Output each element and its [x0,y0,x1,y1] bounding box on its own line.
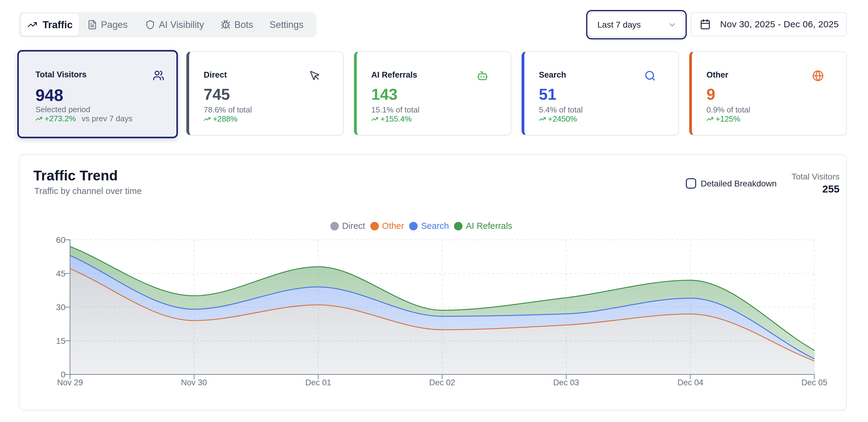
svg-text:45: 45 [56,269,65,278]
svg-text:60: 60 [56,235,65,245]
svg-text:Dec 02: Dec 02 [429,378,455,387]
svg-text:30: 30 [56,303,65,312]
svg-text:15: 15 [56,336,65,345]
svg-text:Nov 30: Nov 30 [181,378,207,387]
svg-text:Dec 01: Dec 01 [305,378,331,387]
svg-text:Nov 29: Nov 29 [57,378,83,387]
svg-text:Dec 03: Dec 03 [553,378,579,387]
svg-text:Dec 05: Dec 05 [801,378,827,387]
svg-text:Dec 04: Dec 04 [677,378,704,387]
